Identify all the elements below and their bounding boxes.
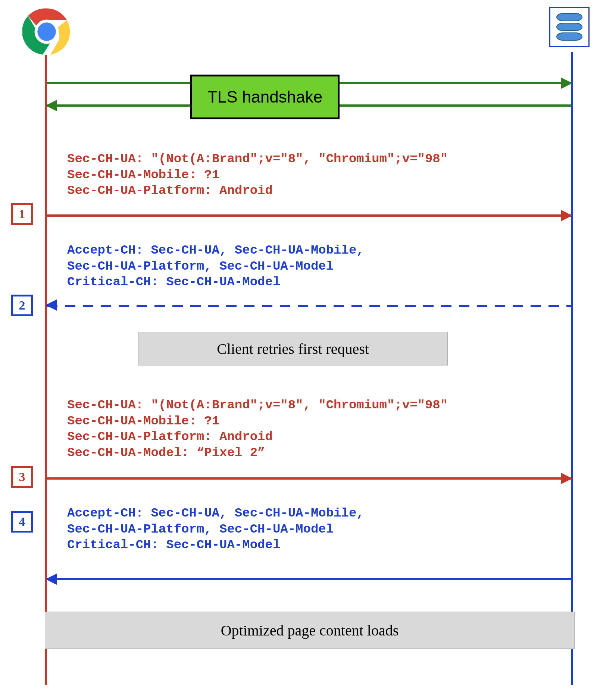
- final-note-text: Optimized page content loads: [221, 622, 399, 639]
- step-badge-4: 4: [11, 511, 33, 533]
- response-2-arrow: [47, 305, 571, 307]
- server-disk-icon: [556, 13, 582, 21]
- response-4-headers: Accept-CH: Sec-CH-UA, Sec-CH-UA-Mobile, …: [67, 505, 364, 553]
- request-3-headers: Sec-CH-UA: "(Not(A:Brand";v="8", "Chromi…: [67, 397, 448, 461]
- request-1-arrow: [47, 214, 571, 217]
- final-note-box: Optimized page content loads: [45, 612, 575, 649]
- server-disk-icon: [556, 32, 582, 41]
- tls-label: TLS handshake: [207, 88, 322, 106]
- server-lifeline: [571, 52, 573, 685]
- step-number: 3: [19, 470, 25, 484]
- chrome-icon: [22, 7, 71, 56]
- server-icon: [549, 7, 590, 47]
- retry-note-box: Client retries first request: [138, 332, 448, 365]
- step-number: 4: [19, 515, 25, 529]
- tls-handshake-box: TLS handshake: [190, 75, 340, 119]
- response-2-headers: Accept-CH: Sec-CH-UA, Sec-CH-UA-Mobile, …: [67, 242, 364, 290]
- server-disk-icon: [556, 23, 582, 31]
- step-badge-1: 1: [11, 203, 33, 225]
- sequence-diagram: TLS handshake Sec-CH-UA: "(Not(A:Brand";…: [0, 0, 597, 700]
- step-badge-3: 3: [11, 466, 33, 488]
- request-3-arrow: [47, 477, 571, 480]
- client-lifeline: [45, 52, 47, 685]
- step-badge-2: 2: [11, 295, 33, 316]
- request-1-headers: Sec-CH-UA: "(Not(A:Brand";v="8", "Chromi…: [67, 151, 448, 199]
- retry-note-text: Client retries first request: [217, 340, 369, 358]
- response-4-arrow: [47, 578, 571, 580]
- step-number: 1: [19, 207, 25, 221]
- step-number: 2: [19, 298, 25, 313]
